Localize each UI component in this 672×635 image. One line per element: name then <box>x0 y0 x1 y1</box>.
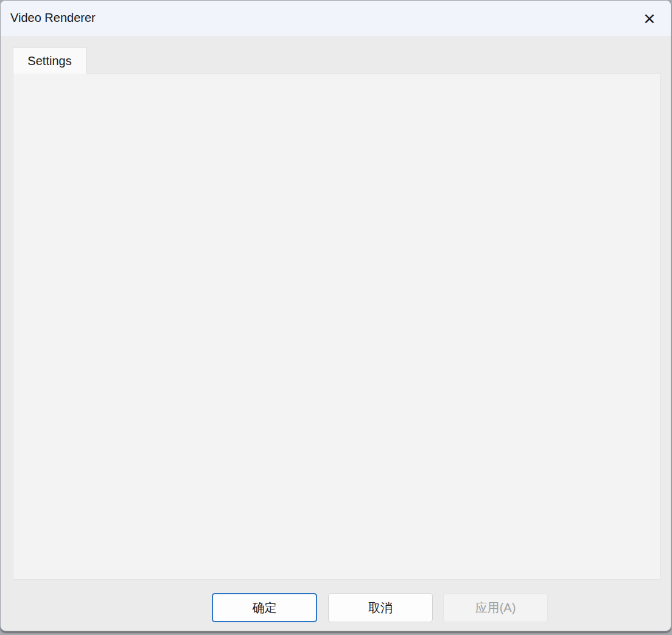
cancel-button[interactable]: 取消 <box>328 593 433 622</box>
apply-button: 应用(A) <box>443 593 548 622</box>
titlebar: Video Renderer × <box>1 1 671 36</box>
tab-settings[interactable]: Settings <box>13 47 86 74</box>
video-renderer-dialog: Video Renderer × Settings Use Direct3D 1… <box>0 0 671 631</box>
settings-tab-page <box>13 73 660 580</box>
ok-button[interactable]: 确定 <box>212 593 317 622</box>
close-icon[interactable]: × <box>635 5 664 32</box>
window-title: Video Renderer <box>10 11 96 25</box>
